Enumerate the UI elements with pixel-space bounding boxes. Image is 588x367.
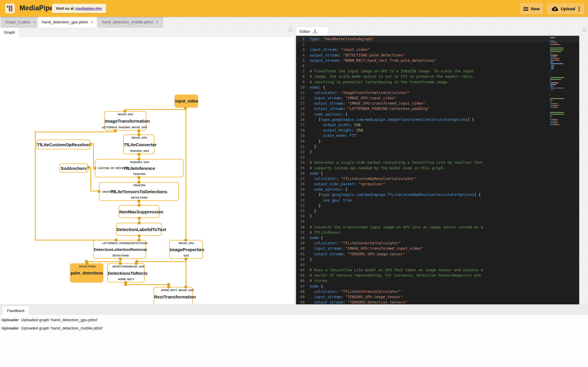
code-line-4[interactable]: 4output_stream: "DETECTIONS:palm_detecti…: [296, 53, 579, 58]
code-line-19[interactable]: 19 scale_mode: FIT: [296, 133, 579, 138]
editor-minimap[interactable]: [549, 37, 578, 125]
graph-node-detection_letterbox_removal[interactable]: DetectionLetterboxRemovalLETTERBOX_PADDI…: [93, 240, 146, 259]
graph-node-detections_to_rects[interactable]: DetectionsToRectsDETECTIONSIMAGE_SIZENOR…: [107, 263, 145, 282]
code-line-21[interactable]: 21 }: [296, 144, 579, 149]
port-marker: [138, 222, 141, 224]
code-line-40[interactable]: 40 input_stream: "IMAGE_GPU:transformed_…: [296, 246, 579, 251]
code-line-24[interactable]: 24# Generates a single side packet conta…: [296, 160, 579, 165]
port-marker: [138, 239, 140, 241]
editor-panel-maximize-icon[interactable]: [583, 28, 586, 31]
code-line-5[interactable]: 5output_stream: "NORM_RECT:hand_rect_fro…: [296, 58, 579, 63]
file-tab-hand_detection_gpu.pbtxt[interactable]: hand_detection_gpu.pbtxt×: [38, 17, 97, 27]
new-button[interactable]: New: [520, 3, 543, 14]
code-text: node_options: {: [310, 112, 347, 117]
code-line-10[interactable]: 10node: {: [296, 85, 579, 90]
close-tab-icon[interactable]: ×: [33, 20, 36, 24]
code-line-1[interactable]: 1type: "HandDetectionSubgraph": [296, 36, 579, 42]
graph-node-non_max_suppression[interactable]: NonMaxSuppression: [119, 205, 159, 218]
line-number: 48: [296, 289, 310, 294]
code-line-39[interactable]: 39 calculator: "TfLiteConverterCalculato…: [296, 241, 579, 246]
code-line-37[interactable]: 37# TfLiteTensor.: [296, 230, 579, 235]
code-line-8[interactable]: 8# image, the scale_mode option is set t…: [296, 74, 579, 79]
code-line-41[interactable]: 41 output_stream: "TENSORS_GPU:image_ten…: [296, 251, 579, 257]
port-label-anchors: ANCHORS: [102, 190, 115, 193]
editor-subtab[interactable]: Editor: [296, 27, 328, 36]
port-label-image_size: IMAGE_SIZE: [179, 289, 194, 292]
code-line-11[interactable]: 11 calculator: "ImageTransformationCalcu…: [296, 90, 579, 95]
graph-node-palm_detections[interactable]: palm_detectionsDETECTIONS: [70, 263, 103, 282]
graph-node-image_transformation[interactable]: ImageTransformationIMAGE_GPULETTERBOX_PA…: [104, 111, 146, 131]
visit-us-text: Visit us at: [56, 6, 74, 11]
code-text: }: [310, 203, 321, 208]
code-line-17[interactable]: 17 output_width: 256: [296, 122, 579, 128]
code-line-30[interactable]: 30 [type.googleapis.com/mediapipe.TfLite…: [296, 192, 579, 197]
code-line-43[interactable]: 43: [296, 262, 579, 267]
code-line-26[interactable]: 26node {: [296, 171, 579, 176]
code-line-32[interactable]: 32 }: [296, 203, 579, 208]
port-label-detections: DETECTIONS: [112, 265, 129, 268]
code-line-13[interactable]: 13 output_stream: "IMAGE_GPU:transformed…: [296, 101, 579, 106]
graph-panel-maximize-icon[interactable]: [289, 28, 292, 31]
port-marker: [135, 260, 138, 263]
code-line-3[interactable]: 3input_stream: "input_video": [296, 47, 579, 52]
port-marker: [138, 176, 140, 179]
feedback-tab[interactable]: Feedback: [3, 306, 29, 315]
code-line-28[interactable]: 28 output_side_packet: "opresolver": [296, 181, 579, 187]
close-tab-icon[interactable]: ×: [90, 20, 94, 24]
code-line-16[interactable]: 16 [type.googleapis.com/mediapipe.ImageT…: [296, 117, 579, 122]
code-line-18[interactable]: 18 output_height: 256: [296, 128, 579, 133]
graph-node-tflite_converter[interactable]: TfLiteConverterIMAGE_GPUTENSORS_GPU: [123, 134, 154, 154]
code-line-14[interactable]: 14 output_stream: "LETTERBOX_PADDING:let…: [296, 106, 579, 111]
code-line-12[interactable]: 12 input_stream: "IMAGE_GPU:input_video": [296, 95, 579, 101]
graph-node-detection_label_id_to_text[interactable]: DetectionLabelIdToText: [116, 223, 162, 236]
code-line-9[interactable]: 9# resulting in potential letterboxing i…: [296, 79, 579, 85]
code-line-15[interactable]: 15 node_options: {: [296, 112, 579, 117]
graph-node-input_video[interactable]: input_video: [174, 95, 198, 108]
code-line-44[interactable]: 44# Runs a TensorFlow Lite model on GPU …: [296, 267, 579, 273]
file-tab-Graph_0.pbtxt[interactable]: Graph_0.pbtxt×: [1, 17, 37, 27]
code-line-2[interactable]: 2: [296, 42, 579, 47]
upload-menu-kebab-icon[interactable]: [579, 7, 580, 11]
graph-node-ssd_anchors[interactable]: SsdAnchors: [59, 163, 88, 173]
code-line-22[interactable]: 22}: [296, 149, 579, 155]
code-line-46[interactable]: 46# scores.: [296, 278, 579, 283]
file-tab-hand_detection_mobile.pbtxt[interactable]: hand_detection_mobile.pbtxt×: [98, 17, 163, 27]
code-line-7[interactable]: 7# Transforms the input image on GPU to …: [296, 69, 579, 74]
mediapipe-dev-link[interactable]: mediapipe.dev: [75, 6, 102, 11]
code-line-20[interactable]: 20 }: [296, 139, 579, 144]
graph-node-tflite_inference[interactable]: TfLiteInferenceTENSORS_GPUCUSTOM_OP_RESO…: [95, 159, 184, 177]
download-icon[interactable]: [313, 29, 317, 34]
graph-node-image_properties[interactable]: ImagePropertiesIMAGE_GPUSIZE: [169, 240, 203, 259]
graph-edge: [86, 261, 121, 262]
upload-button[interactable]: Upload: [547, 3, 585, 14]
port-marker: [87, 166, 90, 169]
code-line-38[interactable]: 38node {: [296, 235, 579, 241]
code-line-35[interactable]: 35: [296, 219, 579, 224]
graph-node-rect_transformation[interactable]: RectTransformationNORM_RECTIMAGE_SIZE: [153, 287, 193, 304]
graph-node-tflite_tensors_to_detections[interactable]: TfLiteTensorsToDetectionsTENSORSANCHORSD…: [99, 182, 179, 201]
port-marker: [138, 129, 140, 132]
code-line-25[interactable]: 25# supports custom ops needed by the mo…: [296, 165, 579, 171]
code-line-29[interactable]: 29 node_options: {: [296, 187, 579, 192]
code-line-50[interactable]: 50 output_stream: "TENSORS:detection_ten…: [296, 300, 579, 304]
code-line-27[interactable]: 27 calculator: "TfLiteCustomOpResolverCa…: [296, 176, 579, 181]
code-line-47[interactable]: 47node {: [296, 284, 579, 289]
code-text: input_stream: "IMAGE_GPU:transformed_inp…: [310, 246, 423, 251]
graph-canvas[interactable]: input_videoImageTransformationIMAGE_GPUL…: [0, 37, 294, 304]
code-line-23[interactable]: 23: [296, 155, 579, 160]
code-line-34[interactable]: 34}: [296, 214, 579, 219]
code-line-31[interactable]: 31 use_gpu: true: [296, 198, 579, 203]
close-tab-icon[interactable]: ×: [156, 20, 159, 24]
code-line-6[interactable]: 6: [296, 63, 579, 69]
code-line-42[interactable]: 42}: [296, 257, 579, 262]
code-line-45[interactable]: 45# vector of tensors representing, for …: [296, 273, 579, 278]
code-line-48[interactable]: 48 calculator: "TfLiteInferenceCalculato…: [296, 289, 579, 294]
port-label-tensors: TENSORS: [133, 173, 146, 176]
graph-node-tflite_custom_op_resolver[interactable]: TfLiteCustomOpResolver: [36, 139, 90, 150]
graph-subtab[interactable]: Graph: [0, 27, 19, 37]
graph-node-label: palm_detections: [71, 271, 103, 275]
code-editor[interactable]: 1type: "HandDetectionSubgraph"23input_st…: [296, 36, 579, 304]
code-line-49[interactable]: 49 input_stream: "TENSORS_GPU:image_tens…: [296, 294, 579, 300]
code-line-36[interactable]: 36# Converts the transformed input image…: [296, 225, 579, 230]
code-line-33[interactable]: 33 }: [296, 208, 579, 214]
